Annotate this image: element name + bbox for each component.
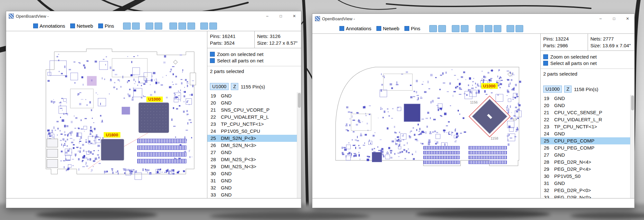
- pin-row[interactable]: 24 PP1V05_S0_CPU: [207, 128, 301, 135]
- toggle-row[interactable]: Pins: [98, 23, 114, 29]
- maximize-button[interactable]: □: [607, 14, 621, 23]
- checkbox-icon[interactable]: [339, 26, 344, 31]
- toolbar-button[interactable]: [507, 25, 514, 32]
- pin-row[interactable]: 31 GND: [207, 177, 301, 184]
- menu-item[interactable]: [321, 28, 326, 29]
- minimize-button[interactable]: –: [594, 14, 607, 23]
- pin-row[interactable]: 20 GND: [541, 102, 634, 109]
- menu-item[interactable]: [315, 28, 319, 29]
- board-svg[interactable]: 1156 57 1158 U1000: [312, 34, 540, 198]
- toolbar-button[interactable]: [438, 25, 446, 32]
- pin-row[interactable]: 25 DMI_S2N_P<3>: [207, 135, 301, 142]
- toolbar-button[interactable]: [123, 23, 131, 30]
- checkbox-icon[interactable]: [404, 26, 409, 31]
- titlebar[interactable]: OpenBoardView - – □ ✕: [312, 14, 634, 23]
- pin-row[interactable]: 21 CPU_VCC_SENSE_P: [541, 109, 634, 116]
- option-row[interactable]: Select all parts on net: [543, 60, 632, 66]
- menu-item[interactable]: [9, 25, 13, 27]
- scrollbar-thumb[interactable]: [631, 96, 634, 110]
- pin-row[interactable]: 24 GND: [541, 130, 634, 137]
- mid-chip[interactable]: [122, 107, 130, 115]
- toggle-row[interactable]: Pins: [404, 26, 420, 31]
- option-row[interactable]: Select all parts on net: [210, 58, 298, 63]
- pin-list[interactable]: 19 GND 20 GND 21 SNS_CPU_VCORE_P 22 CPU_…: [207, 92, 301, 198]
- scrollbar-thumb[interactable]: [298, 93, 301, 108]
- pin-row[interactable]: 22 CPU_VIDALERT_R_L: [207, 114, 301, 121]
- toolbar-button[interactable]: [178, 23, 186, 30]
- u1800-chip[interactable]: [101, 139, 124, 160]
- u1000-highlight-label[interactable]: U1000: [147, 96, 163, 102]
- option-row[interactable]: Zoom on selected net: [543, 54, 632, 60]
- board-view[interactable]: U1000 U1800: [6, 31, 207, 198]
- toolbar-button[interactable]: [146, 23, 153, 30]
- pin-row[interactable]: 23 TP_CPU_NCTF<1>: [207, 121, 301, 128]
- pin-row[interactable]: 27 GND: [207, 149, 301, 156]
- toolbar-button[interactable]: [516, 25, 523, 32]
- toggle-row[interactable]: Annotations: [33, 23, 65, 29]
- pin-row[interactable]: 23 TP_CPU_NCTF<1>: [541, 123, 634, 130]
- pin-list-scrollbar[interactable]: [630, 95, 634, 198]
- small-chip[interactable]: [372, 152, 382, 162]
- pin-row[interactable]: 28 PEG_D2R_N<4>: [541, 159, 634, 166]
- pin-row[interactable]: 25 CPU_PEG_COMP: [541, 137, 634, 144]
- pin-row[interactable]: 32 GND: [207, 184, 301, 191]
- titlebar[interactable]: OpenBoardView - – □ ✕: [6, 11, 301, 21]
- checkbox-icon[interactable]: [543, 61, 548, 66]
- pin-row[interactable]: 33 GND: [207, 191, 301, 198]
- checkbox-icon[interactable]: [98, 23, 103, 28]
- toolbar-button[interactable]: [494, 25, 501, 32]
- pin-row[interactable]: 30 PP1V05_S0: [541, 173, 634, 180]
- u1000-highlight-label[interactable]: U1000: [481, 83, 497, 89]
- pin-row[interactable]: 31 GND: [541, 180, 634, 187]
- component-z-button[interactable]: Z: [564, 86, 572, 93]
- checkbox-icon[interactable]: [70, 23, 75, 28]
- menu-item[interactable]: [22, 25, 26, 27]
- pin-row[interactable]: 32 PEG_D2R_P<0>: [541, 187, 634, 194]
- toolbar-button[interactable]: [155, 23, 162, 30]
- secondary-chip[interactable]: [404, 104, 420, 122]
- board-svg[interactable]: U1000 U1800: [6, 31, 207, 198]
- u1800-highlight-label[interactable]: U1800: [104, 132, 120, 138]
- pin-row[interactable]: 19 GND: [541, 95, 634, 102]
- toggle-row[interactable]: Annotations: [339, 26, 371, 31]
- pin-row[interactable]: 22 CPU_VIDALERT_L_R: [541, 116, 634, 123]
- pin-row[interactable]: 20 GND: [207, 99, 301, 106]
- maximize-button[interactable]: □: [274, 11, 288, 21]
- toolbar-button[interactable]: [461, 25, 469, 32]
- mid-chip[interactable]: [87, 76, 97, 86]
- checkbox-icon[interactable]: [210, 58, 215, 63]
- toolbar-button[interactable]: [485, 25, 492, 32]
- option-row[interactable]: Zoom on selected net: [210, 51, 298, 57]
- toolbar-button[interactable]: [209, 23, 217, 30]
- pin-row[interactable]: 26 CPU_PEG_COMP: [541, 144, 634, 151]
- pin-row[interactable]: 33 PEG_D2R_N<0>: [541, 194, 634, 198]
- toggle-row[interactable]: Netweb: [376, 26, 399, 31]
- toggle-row[interactable]: Netweb: [70, 23, 93, 29]
- pin-row[interactable]: 19 GND: [207, 92, 301, 99]
- checkbox-icon[interactable]: [33, 23, 38, 28]
- toolbar-button[interactable]: [452, 25, 459, 32]
- close-button[interactable]: ✕: [621, 14, 634, 23]
- pin-list[interactable]: 19 GND 20 GND 21 CPU_VCC_SENSE_P 22 CPU_…: [541, 95, 634, 198]
- toolbar-button[interactable]: [476, 25, 483, 32]
- close-button[interactable]: ✕: [288, 11, 301, 21]
- menu-item[interactable]: [15, 25, 20, 27]
- checkbox-icon[interactable]: [376, 26, 381, 31]
- toolbar-button[interactable]: [429, 25, 437, 32]
- pin-row[interactable]: 29 PEG_D2R_P<4>: [541, 166, 634, 173]
- pin-list-scrollbar[interactable]: [297, 92, 301, 198]
- minimize-button[interactable]: –: [260, 11, 274, 21]
- toolbar-button[interactable]: [187, 23, 195, 30]
- component-z-button[interactable]: Z: [231, 83, 238, 90]
- pin-row[interactable]: 27 GND: [541, 151, 634, 159]
- pin-row[interactable]: 30 GND: [207, 170, 301, 177]
- pin-row[interactable]: 29 DMI_N2S_N<3>: [207, 163, 301, 170]
- menu-item[interactable]: [328, 28, 332, 29]
- component-name[interactable]: U1000: [543, 86, 562, 93]
- board-view[interactable]: 1156 57 1158 U1000: [312, 34, 540, 198]
- checkbox-icon[interactable]: [210, 52, 215, 57]
- pin-row[interactable]: 28 DMI_N2S_P<3>: [207, 156, 301, 163]
- pin-row[interactable]: 21 SNS_CPU_VCORE_P: [207, 106, 301, 114]
- component-name[interactable]: U1000: [210, 83, 229, 90]
- toolbar-button[interactable]: [169, 23, 177, 30]
